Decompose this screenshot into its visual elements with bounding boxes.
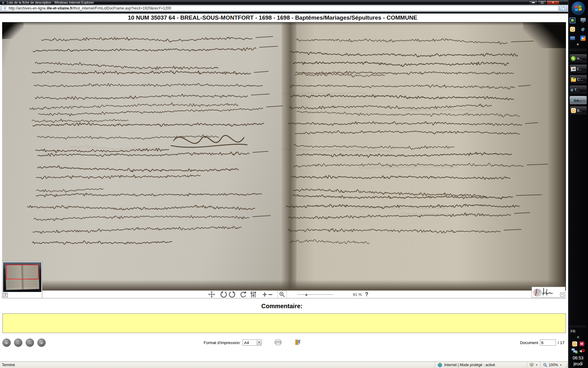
volume-muted-icon[interactable] [579,348,585,353]
status-zone-text: Internet | Mode protégé : activé [444,363,495,367]
document-viewer: + − ▲ 91 % ? [2,22,566,298]
thumbnail-close-button[interactable]: X [3,293,8,297]
language-indicator[interactable]: FR [568,329,575,334]
tray-collapse-chevron[interactable]: < [577,335,579,339]
url-path: /thot_internet/FrmLotDocFrame.asp?resX=1… [73,6,171,10]
windows-logo-icon [574,4,582,12]
taskbar-separator [570,48,587,51]
print-format-select[interactable]: A4 ▼ [243,339,262,346]
taskbar-button-label: H... [577,57,582,60]
manuscript-scan[interactable] [2,22,566,290]
handwriting-ink [2,22,566,290]
shield-icon [530,363,534,367]
last-page-button[interactable]: » [37,339,46,347]
zoom-in-icon[interactable]: + [262,291,267,297]
status-zone-segment: Internet | Mode protégé : activé [435,362,527,368]
zoom-percent: 91 % [353,292,362,297]
chevron-down-icon: ▼ [535,364,538,366]
browser-window: e Lots de la fiche de description - Wind… [0,0,568,368]
system-tray: FR < M 06:53 jeudi [568,324,588,368]
thumbnail-image[interactable] [3,262,41,292]
remote-desktop-icon[interactable] [569,35,576,41]
thumbnail-panel: X [2,261,42,298]
zoom-out-icon[interactable]: − [268,291,273,297]
quick-launch-expand-chevron[interactable]: » [576,43,580,45]
thot-logo: × [532,287,565,298]
close-viewer-icon[interactable]: × [560,293,564,297]
print-format-label: Format d'impression: [204,340,241,345]
document-header: 10 NUM 35037 64 - BREAL-SOUS-MONTFORT - … [0,13,568,22]
start-button[interactable] [571,2,585,15]
viewer-toolbar: + − ▲ 91 % ? [2,290,566,298]
quick-launch: e ▶ [569,17,587,41]
internet-explorer-icon[interactable]: e [579,26,587,33]
status-bar: Terminé Internet | Mode protégé : activé… [0,362,568,368]
taskbar-button-label: B... [577,109,582,113]
windows-taskbar: e ▶ » H... C... C:... e T... e Lo... B..… [568,0,588,368]
outlook-tray-icon[interactable] [572,341,577,347]
browser-zoom-button[interactable]: 100% ▼ [540,362,564,368]
window-title: Lots de la fiche de description - Window… [7,1,94,4]
address-bar: e http://archives-en-ligne.ille-et-vilai… [0,5,568,12]
tray-clock[interactable]: 06:53 [573,355,583,360]
title-bar: e Lots de la fiche de description - Wind… [0,0,568,5]
bottom-toolbar: « ← → » Format d'impression: A4 ▼ [2,337,566,348]
taskbar-button[interactable]: C:... [569,75,587,84]
zoom-slider-thumb[interactable]: ▲ [304,292,308,297]
internet-explorer-icon: e [571,87,573,92]
protected-mode-button[interactable]: ▼ [527,362,540,368]
minimize-button[interactable] [529,1,537,5]
taskbar-button[interactable]: C... [569,64,587,73]
zoom-slider[interactable]: ▲ [297,294,333,295]
scan-edge-shadow [2,280,566,290]
taskbar-button[interactable]: H... [569,54,587,63]
comment-textarea[interactable] [2,313,566,333]
url-prefix: http://archives-en-ligne. [9,6,47,10]
rotate-reset-icon[interactable] [240,291,247,298]
close-button[interactable]: × [547,1,560,5]
taskbar-separator [570,325,587,328]
scan-edge-shadow [2,22,566,25]
print-format-value: A4 [244,340,249,345]
restore-button[interactable] [538,1,546,5]
document-title: 10 NUM 35037 64 - BREAL-SOUS-MONTFORT - … [0,14,545,21]
ie-favicon: e [1,1,5,5]
show-desktop-icon[interactable] [569,17,576,24]
taskbar-button[interactable]: B... [569,106,587,115]
tray-day[interactable]: jeudi [574,361,583,366]
previous-page-button[interactable]: ← [14,339,22,347]
thumbnail-viewport-rect[interactable] [6,265,39,280]
internet-explorer-icon: e [571,98,573,103]
first-page-button[interactable]: « [2,339,11,347]
resize-grip[interactable] [564,362,568,368]
chevron-down-icon: ▼ [257,340,261,345]
magnifier-icon [543,363,547,367]
page-refresh-button[interactable] [560,6,567,11]
print-button[interactable] [274,339,282,346]
document-number-input[interactable] [540,339,556,346]
document-pager-label: Document [520,340,538,345]
zoom-tool-icon[interactable] [277,290,287,298]
mcafee-icon[interactable]: M [579,341,584,346]
rotate-right-icon[interactable] [229,291,236,298]
help-button[interactable]: ? [365,291,368,298]
rotate-left-icon[interactable] [220,291,227,298]
taskbar-button[interactable]: e T... [569,85,587,94]
internet-globe-icon [438,363,442,367]
page-icon [562,7,565,10]
media-player-icon[interactable]: ▶ [579,35,587,41]
document-total: / 17 [558,340,564,345]
outlook-icon[interactable] [569,26,576,33]
photo-icon [571,67,576,71]
scan-corner-shadow [523,22,566,48]
exit-button[interactable] [295,339,301,346]
url-input[interactable]: e http://archives-en-ligne.ille-et-vilai… [1,6,559,11]
folder-icon [571,78,576,82]
switch-windows-icon[interactable] [579,17,587,24]
adjust-sliders-icon[interactable] [250,291,256,298]
taskbar-button-active[interactable]: e Lo... [569,96,587,105]
pan-icon[interactable] [208,291,215,298]
next-page-button[interactable]: → [26,339,34,347]
status-text: Terminé [0,363,435,367]
taskbar-button-label: Lo... [575,98,582,102]
